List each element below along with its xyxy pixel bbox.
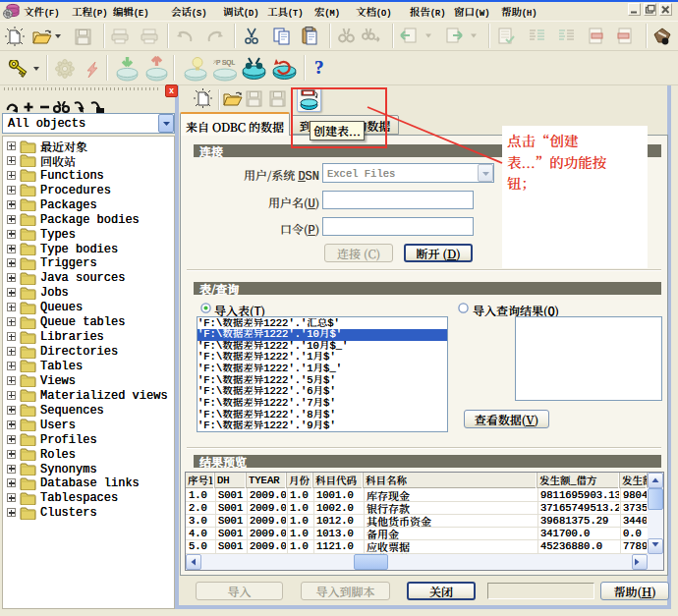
svg-text:P SQL: P SQL	[216, 59, 235, 67]
